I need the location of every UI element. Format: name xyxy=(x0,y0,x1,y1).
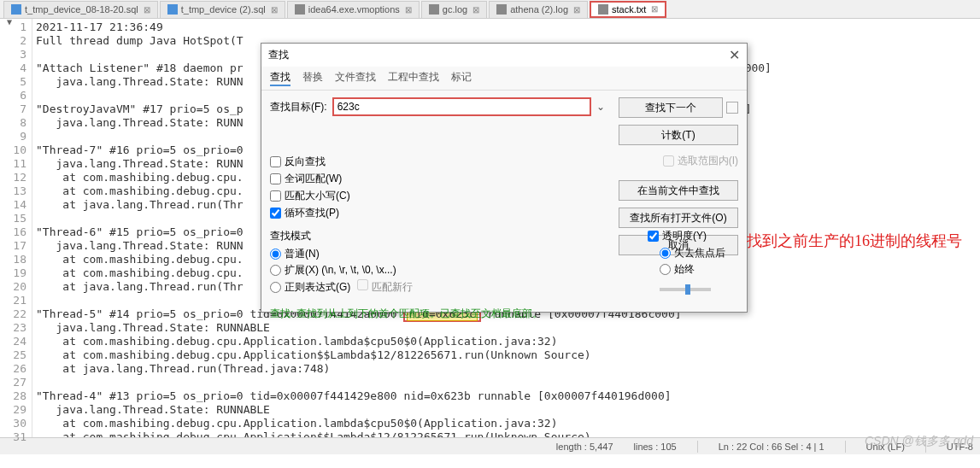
mode-normal-radio[interactable] xyxy=(270,249,281,260)
code-line: at com.mashibing.debug.cpu.Application$$… xyxy=(36,348,977,362)
code-line: at com.mashibing.debug.cpu.Application$$… xyxy=(36,430,977,437)
close-icon[interactable]: ⊠ xyxy=(271,5,278,15)
find-in-file-button[interactable]: 在当前文件中查找 xyxy=(619,180,738,201)
file-tab[interactable]: stack.txt⊠ xyxy=(590,1,666,18)
line-gutter: 1234567891011121314151617181920212223242… xyxy=(0,19,32,437)
fold-arrow: ▼ xyxy=(7,17,12,26)
dialog-message: 查找: 查找到从上到下的首个匹配项。已查找至文档最底部。 xyxy=(261,303,747,325)
file-tabs: t_tmp_device_08-18-20.sql⊠t_tmp_device (… xyxy=(0,0,980,19)
file-icon xyxy=(11,4,21,15)
code-line: at com.mashibing.debug.cpu.Application.l… xyxy=(36,335,977,348)
transparency-checkbox[interactable] xyxy=(648,231,659,242)
tab-label: gc.log xyxy=(443,4,467,15)
search-label: 查找目标(F): xyxy=(270,100,327,114)
statusbar: length : 5,447 lines : 105 Ln : 22 Col :… xyxy=(0,437,980,454)
status-length: length : 5,447 xyxy=(556,442,613,452)
close-icon[interactable]: ⊠ xyxy=(472,5,479,15)
status-lines: lines : 105 xyxy=(634,442,677,452)
regex-newline-checkbox xyxy=(357,279,368,290)
dialog-title: 查找 xyxy=(268,48,289,62)
reverse-checkbox[interactable] xyxy=(270,156,281,167)
wrap-checkbox[interactable] xyxy=(270,208,281,219)
mode-group-title: 查找模式 xyxy=(270,229,610,243)
tab-label: athena (2).log xyxy=(510,4,568,15)
file-tab[interactable]: t_tmp_device (2).sql⊠ xyxy=(160,1,285,18)
dialog-tabs: 查找替换文件查找工程中查找标记 xyxy=(261,67,747,91)
code-line: 2021-11-17 21:36:49 xyxy=(36,20,977,34)
code-line xyxy=(36,376,977,389)
search-input[interactable] xyxy=(332,97,591,116)
trans-always-radio[interactable] xyxy=(660,264,671,275)
file-icon xyxy=(496,4,507,15)
tab-label: stack.txt xyxy=(612,4,646,15)
file-tab[interactable]: athena (2).log⊠ xyxy=(489,1,588,18)
mode-extended-radio[interactable] xyxy=(270,265,281,276)
transparency-slider[interactable] xyxy=(660,288,711,291)
code-line: java.lang.Thread.State: RUNNABLE xyxy=(36,403,977,417)
file-icon xyxy=(598,4,608,15)
chevron-down-icon[interactable]: ⌄ xyxy=(596,101,610,113)
watermark: CSDN @钱多多 qdd xyxy=(865,434,973,449)
wholeword-checkbox[interactable] xyxy=(270,173,281,184)
dialog-tab[interactable]: 标记 xyxy=(451,70,472,86)
dialog-tab[interactable]: 查找 xyxy=(270,70,290,86)
file-tab[interactable]: t_tmp_device_08-18-20.sql⊠ xyxy=(3,1,158,18)
file-icon xyxy=(429,4,439,15)
close-icon[interactable]: ⊠ xyxy=(144,5,150,15)
status-pos: Ln : 22 Col : 66 Sel : 4 | 1 xyxy=(719,442,824,452)
mode-regex-radio[interactable] xyxy=(270,282,281,293)
tab-label: t_tmp_device (2).sql xyxy=(181,4,266,15)
code-line: "Thread-4" #13 prio=5 os_prio=0 tid=0x00… xyxy=(36,389,977,403)
in-selection-checkbox xyxy=(663,155,674,167)
file-icon xyxy=(295,4,305,15)
close-icon[interactable]: ⊠ xyxy=(405,5,412,15)
find-next-button[interactable]: 查找下一个 xyxy=(619,97,723,118)
transparency-panel: 透明度(Y) 失去焦点后 始终 xyxy=(648,226,725,294)
count-button[interactable]: 计数(T) xyxy=(619,125,738,145)
file-icon xyxy=(167,4,178,15)
code-line: at com.mashibing.debug.cpu.Application.l… xyxy=(36,417,977,430)
tab-label: t_tmp_device_08-18-20.sql xyxy=(25,4,138,15)
find-all-files-button[interactable]: 查找所有打开文件(O) xyxy=(619,208,738,228)
dialog-tab[interactable]: 工程中查找 xyxy=(388,70,439,86)
matchcase-checkbox[interactable] xyxy=(270,190,281,202)
file-tab[interactable]: gc.log⊠ xyxy=(421,1,487,18)
annotation-text: 找到之前生产的16进制的线程号 xyxy=(747,231,962,251)
file-tab[interactable]: idea64.exe.vmoptions⊠ xyxy=(287,1,420,18)
close-icon[interactable]: ⊠ xyxy=(573,5,580,15)
dialog-tab[interactable]: 替换 xyxy=(302,70,323,86)
trans-onblur-radio[interactable] xyxy=(660,248,671,259)
dialog-tab[interactable]: 文件查找 xyxy=(335,70,376,86)
find-next-checkbox[interactable] xyxy=(726,102,738,114)
tab-label: idea64.exe.vmoptions xyxy=(308,4,400,15)
close-icon[interactable]: ✕ xyxy=(729,47,740,63)
close-icon[interactable]: ⊠ xyxy=(651,4,658,14)
code-line: at java.lang.Thread.run(Thread.java:748) xyxy=(36,362,977,376)
